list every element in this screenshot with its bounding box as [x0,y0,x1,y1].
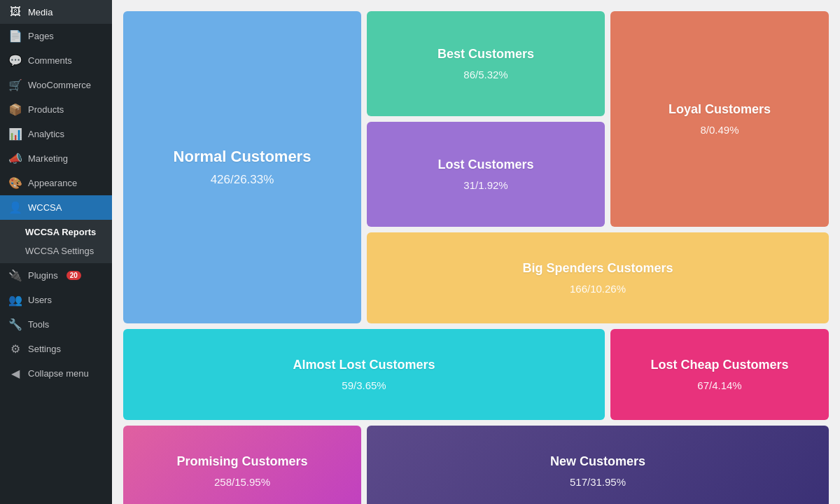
card-new-customers[interactable]: New Customers 517/31.95% [367,426,829,504]
settings-icon: ⚙ [8,342,22,356]
sidebar-item-plugins[interactable]: 🔌 Plugins 20 [0,263,112,288]
tools-icon: 🔧 [8,318,22,331]
sidebar-item-products[interactable]: 📦 Products [0,97,112,122]
sidebar-label-users: Users [28,295,52,305]
plugins-icon: 🔌 [8,269,22,282]
main-content: Normal Customers 426/26.33% Best Custome… [112,0,840,504]
plugins-badge: 20 [66,271,81,280]
marketing-icon: 📣 [8,152,22,165]
card-loyal-value: 8/0.49% [700,124,738,136]
card-bigspenders-customers[interactable]: Big Spenders Customers 166/10.26% [367,232,829,323]
comments-icon: 💬 [8,54,22,67]
wccsa-icon: 👤 [8,201,22,214]
card-lost-value: 31/1.92% [463,179,507,191]
sidebar-item-media[interactable]: 🖼 Media [0,0,112,24]
card-normal-customers[interactable]: Normal Customers 426/26.33% [123,11,361,323]
card-best-customers[interactable]: Best Customers 86/5.32% [367,11,605,116]
sidebar-item-comments[interactable]: 💬 Comments [0,48,112,73]
sidebar-label-woocommerce: WooCommerce [28,80,91,90]
sidebar-label-wccsa: WCCSA [28,202,62,213]
sidebar-label-settings: Settings [28,344,61,354]
card-promising-title: Promising Customers [176,454,307,469]
analytics-icon: 📊 [8,127,22,141]
card-bigspenders-value: 166/10.26% [570,283,626,295]
card-lostcheap-title: Lost Cheap Customers [650,358,788,372]
sidebar-item-wccsa[interactable]: 👤 WCCSA [0,195,112,220]
sidebar-item-pages[interactable]: 📄 Pages [0,24,112,48]
card-lostcheap-value: 67/4.14% [697,379,741,391]
card-new-value: 517/31.95% [570,476,626,488]
sidebar-label-comments: Comments [28,55,72,66]
sidebar-item-analytics[interactable]: 📊 Analytics [0,122,112,146]
sidebar-submenu-settings[interactable]: WCCSA Settings [0,241,112,260]
sidebar-item-settings[interactable]: ⚙ Settings [0,337,112,361]
sidebar-item-woocommerce[interactable]: 🛒 WooCommerce [0,73,112,97]
collapse-icon: ◀ [8,367,22,380]
pages-icon: 📄 [8,29,22,43]
sidebar-item-users[interactable]: 👥 Users [0,288,112,312]
card-lostcheap-customers[interactable]: Lost Cheap Customers 67/4.14% [610,329,829,420]
cards-grid: Normal Customers 426/26.33% Best Custome… [123,11,829,504]
sidebar: 🖼 Media 📄 Pages 💬 Comments 🛒 WooCommerce… [0,0,112,504]
sidebar-label-plugins: Plugins [28,270,58,281]
sidebar-item-tools[interactable]: 🔧 Tools [0,312,112,337]
card-best-value: 86/5.32% [463,69,507,80]
card-almostlost-value: 59/3.65% [342,379,386,391]
sidebar-label-analytics: Analytics [28,129,64,139]
woocommerce-icon: 🛒 [8,78,22,92]
sidebar-label-media: Media [28,7,52,18]
sidebar-item-appearance[interactable]: 🎨 Appearance [0,171,112,195]
card-normal-value: 426/26.33% [211,173,274,187]
sidebar-item-collapse[interactable]: ◀ Collapse menu [0,361,112,386]
card-loyal-customers[interactable]: Loyal Customers 8/0.49% [610,11,829,227]
wccsa-submenu: WCCSA Reports WCCSA Settings [0,220,112,263]
sidebar-label-products: Products [28,104,64,115]
card-lost-customers[interactable]: Lost Customers 31/1.92% [367,122,605,227]
card-almostlost-title: Almost Lost Customers [293,358,435,372]
sidebar-label-marketing: Marketing [28,153,68,164]
products-icon: 📦 [8,103,22,116]
card-best-title: Best Customers [438,47,534,62]
sidebar-label-appearance: Appearance [28,178,77,188]
card-bigspenders-title: Big Spenders Customers [522,261,673,276]
sidebar-item-marketing[interactable]: 📣 Marketing [0,146,112,171]
users-icon: 👥 [8,293,22,307]
card-normal-title: Normal Customers [174,148,312,166]
sidebar-label-pages: Pages [28,31,54,41]
card-almostlost-customers[interactable]: Almost Lost Customers 59/3.65% [123,329,605,420]
card-promising-value: 258/15.95% [214,476,270,488]
sidebar-submenu-reports[interactable]: WCCSA Reports [0,223,112,241]
sidebar-label-tools: Tools [28,319,49,330]
appearance-icon: 🎨 [8,176,22,190]
card-lost-title: Lost Customers [438,158,533,172]
card-loyal-title: Loyal Customers [668,102,771,117]
card-promising-customers[interactable]: Promising Customers 258/15.95% [123,426,361,504]
sidebar-label-collapse: Collapse menu [28,368,89,379]
card-new-title: New Customers [550,454,645,469]
media-icon: 🖼 [8,6,22,18]
